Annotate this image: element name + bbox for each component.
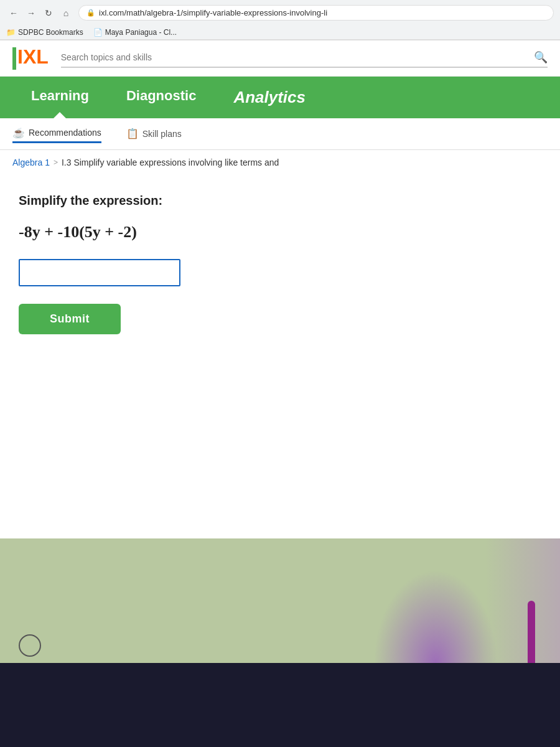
skill-plans-icon: 📋 — [126, 128, 139, 139]
breadcrumb-current: I.3 Simplify variable expressions involv… — [62, 157, 279, 167]
logo-text: IXL — [17, 45, 49, 68]
sub-nav: ☕ Recommendations 📋 Skill plans — [0, 118, 560, 150]
reload-button[interactable]: ↻ — [41, 6, 56, 21]
forward-button[interactable]: → — [24, 6, 39, 21]
answer-input[interactable] — [19, 259, 180, 286]
ixl-header: IXL 🔍 — [0, 40, 560, 77]
back-button[interactable]: ← — [6, 6, 21, 21]
url-text: ixl.com/math/algebra-1/simplify-variable… — [99, 8, 327, 17]
problem-instruction: Simplify the expression: — [19, 194, 541, 208]
submit-button[interactable]: Submit — [19, 304, 121, 334]
tab-analytics[interactable]: Analytics — [215, 77, 324, 118]
address-bar[interactable]: 🔒 ixl.com/math/algebra-1/simplify-variab… — [78, 5, 554, 21]
bookmark-sdpbc[interactable]: 📁 SDPBC Bookmarks — [6, 28, 83, 37]
bookmark-maya-label: Maya Paniagua - Cl... — [105, 28, 177, 37]
recommendations-label: Recommendations — [29, 128, 101, 138]
bookmark-maya[interactable]: 📄 Maya Paniagua - Cl... — [93, 28, 177, 37]
nav-tabs: Learning Diagnostic Analytics — [0, 77, 560, 118]
breadcrumb: Algebra 1 > I.3 Simplify variable expres… — [0, 150, 560, 175]
breadcrumb-separator: > — [54, 158, 58, 167]
search-icon: 🔍 — [534, 51, 548, 63]
logo-bar — [12, 47, 16, 70]
home-button[interactable]: ⌂ — [58, 6, 73, 21]
bookmarks-bar: 📁 SDPBC Bookmarks 📄 Maya Paniagua - Cl..… — [0, 26, 560, 40]
tab-learning[interactable]: Learning — [12, 77, 108, 118]
search-button[interactable]: 🔍 — [534, 50, 548, 64]
ixl-logo: IXL — [12, 47, 49, 70]
breadcrumb-parent[interactable]: Algebra 1 — [12, 157, 50, 167]
tab-diagnostic[interactable]: Diagnostic — [108, 77, 215, 118]
math-expression: -8y + -10(5y + -2) — [19, 223, 541, 242]
sub-nav-recommendations[interactable]: ☕ Recommendations — [12, 125, 101, 143]
bottom-dark-area — [0, 663, 560, 747]
bookmark-folder-icon: 📁 — [6, 28, 16, 37]
nav-buttons: ← → ↻ ⌂ — [6, 6, 73, 21]
browser-toolbar: ← → ↻ ⌂ 🔒 ixl.com/math/algebra-1/simplif… — [0, 0, 560, 26]
bottom-area — [0, 538, 560, 747]
search-container[interactable]: 🔍 — [61, 48, 548, 68]
lock-icon: 🔒 — [86, 9, 95, 17]
recommendations-icon: ☕ — [12, 127, 25, 139]
main-content: Simplify the expression: -8y + -10(5y + … — [0, 175, 560, 486]
circle-indicator — [19, 634, 41, 657]
sub-nav-skill-plans[interactable]: 📋 Skill plans — [126, 125, 182, 142]
search-input[interactable] — [61, 52, 529, 62]
bookmark-sdpbc-label: SDPBC Bookmarks — [18, 28, 83, 37]
ixl-app: IXL 🔍 Learning Diagnostic Analytics ☕ Re… — [0, 40, 560, 538]
skill-plans-label: Skill plans — [142, 129, 182, 139]
bookmark-page-icon: 📄 — [93, 28, 103, 37]
browser-chrome: ← → ↻ ⌂ 🔒 ixl.com/math/algebra-1/simplif… — [0, 0, 560, 40]
